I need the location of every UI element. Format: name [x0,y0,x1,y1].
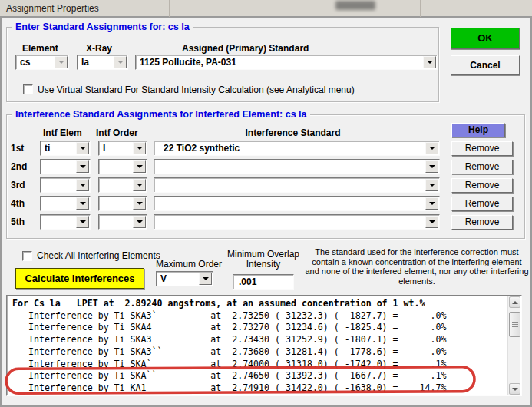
intf-elem-value-1: ti [45,143,74,154]
ok-button[interactable]: OK [451,28,520,49]
intf-order-dropdown-4[interactable] [98,196,147,211]
cancel-button[interactable]: Cancel [451,55,520,75]
chevron-down-icon [203,277,209,280]
row-label-1st: 1st [11,143,24,154]
scroll-up-button[interactable] [509,296,520,308]
background-window-divider [420,0,421,17]
remove-button-2[interactable]: Remove [451,160,513,174]
standard-assignments-group-title: Enter Standard Assignments for: cs la [12,22,193,32]
minimum-overlap-input[interactable]: .001 [233,274,294,290]
remove-button-4[interactable]: Remove [451,197,513,211]
remove-button-5[interactable]: Remove [451,215,513,230]
chevron-down-icon [58,61,64,64]
chevron-down-icon [117,61,124,64]
chevron-down-icon [80,220,86,223]
interference-results-log: For Cs la LPET at 2.89240 angstroms, at … [6,295,522,396]
intf-order-column-header: Intf Order [96,127,138,138]
virtual-standard-checkbox-label: Use Virtual Standard For Standard Intens… [38,84,355,95]
dropdown-button[interactable] [76,216,89,228]
dropdown-button[interactable] [423,56,436,68]
maximum-order-dropdown[interactable]: V [156,271,213,286]
dropdown-button[interactable] [199,273,212,285]
dropdown-button[interactable] [425,142,438,154]
row-label-3rd: 3rd [11,180,25,190]
chevron-down-icon [429,165,435,168]
check-all-interfering-label: Check All Interfering Elements [37,250,160,261]
window-title: Assignment Properties [6,3,99,14]
interference-standard-dropdown-1[interactable]: 22 TiO2 synthetic [154,141,440,156]
intf-elem-dropdown-4[interactable] [40,196,91,211]
maximum-order-value: V [160,273,197,284]
assigned-standard-value: 1125 Pollucite, PA-031 [140,57,421,68]
chevron-down-icon [137,184,143,187]
dropdown-button[interactable] [425,197,438,210]
chevron-down-icon [137,147,143,150]
dropdown-button[interactable] [76,160,89,173]
chevron-down-icon [427,61,433,64]
interference-standard-dropdown-3[interactable] [154,177,440,193]
dropdown-button[interactable] [425,160,438,173]
dropdown-button[interactable] [76,142,89,154]
help-button[interactable]: Help [451,123,505,137]
chevron-down-icon [80,165,86,168]
log-line: Interference by Ti SKA` at 2.74000 ( 313… [12,359,504,371]
interference-group-title: Interference Standard Assignments for In… [12,109,310,120]
scroll-down-icon [512,388,518,391]
log-line: Interference by Ti SKA4 at 2.73270 ( 312… [12,322,504,334]
chevron-down-icon [80,147,86,150]
calculate-interferences-button[interactable]: Calculate Interferences [15,268,144,289]
intf-order-dropdown-3[interactable] [98,177,147,193]
dropdown-button[interactable] [133,197,146,210]
interference-standard-dropdown-5[interactable] [154,214,440,230]
dropdown-button[interactable] [133,179,146,191]
row-label-5th: 5th [11,217,25,227]
intf-order-dropdown-5[interactable] [98,214,147,230]
dropdown-button[interactable] [425,179,438,191]
dropdown-button [55,56,68,68]
intf-order-dropdown-1[interactable]: I [98,141,147,156]
vertical-scrollbar[interactable] [507,296,520,395]
chevron-down-icon [137,165,143,168]
remove-button-1[interactable]: Remove [451,141,513,156]
background-window-divider [169,0,170,17]
intf-elem-dropdown-5[interactable] [40,214,91,230]
dropdown-button [114,56,127,68]
dropdown-button[interactable] [133,142,146,154]
intf-elem-dropdown-1[interactable]: ti [40,141,91,156]
dropdown-button[interactable] [76,197,89,210]
scroll-down-button[interactable] [509,383,520,395]
chevron-down-icon [429,184,435,187]
dropdown-button[interactable] [425,216,438,228]
log-line: Interference by Ti KA1 at 2.74910 ( 3142… [12,382,504,395]
interference-standard-value-1: 22 TiO2 synthetic [164,143,424,154]
chevron-down-icon [80,184,86,187]
remove-button-3[interactable]: Remove [451,178,513,193]
dropdown-button[interactable] [76,179,89,191]
log-line: Interference by Ti SKA`` at 2.74650 ( 31… [12,370,504,382]
element-value: cs [20,57,53,68]
chevron-down-icon [429,220,435,223]
assigned-standard-dropdown[interactable]: 1125 Pollucite, PA-031 [135,55,438,70]
dropdown-button[interactable] [133,160,146,173]
xray-label: X-Ray [86,43,112,54]
xray-value: la [81,57,112,68]
intf-elem-dropdown-3[interactable] [40,177,91,193]
interference-standard-dropdown-2[interactable] [154,159,440,174]
intf-elem-dropdown-2[interactable] [40,159,91,174]
scroll-up-icon [512,301,518,304]
intf-order-dropdown-2[interactable] [98,159,147,174]
dropdown-button[interactable] [133,216,146,228]
interference-standard-dropdown-4[interactable] [154,196,440,211]
log-line: Interference by Ti SKA3 at 2.73430 ( 312… [12,334,504,346]
row-label-4th: 4th [11,198,25,209]
intf-elem-column-header: Intf Elem [43,127,82,138]
xray-dropdown: la [77,55,128,70]
chevron-down-icon [80,202,86,205]
interference-standard-column-header: Interference Standard [146,127,440,138]
check-all-interfering-checkbox[interactable] [22,251,32,261]
element-dropdown: cs [15,55,69,70]
virtual-standard-checkbox[interactable] [23,84,33,94]
scrollbar-thumb[interactable] [509,312,520,337]
chevron-down-icon [137,202,143,205]
assigned-standard-label: Assigned (Primary) Standard [182,43,309,54]
